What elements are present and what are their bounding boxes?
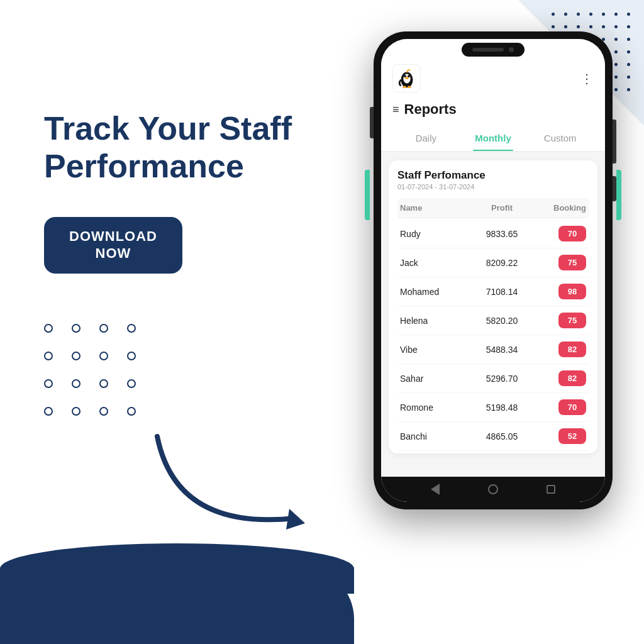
hamburger-menu-icon[interactable]: ≡: [392, 103, 399, 116]
phone-body: ⋮ ≡ Reports Daily Monthly Custom Staff P…: [374, 31, 613, 509]
side-button-right: [613, 119, 616, 164]
staff-profit: 5488.34: [468, 345, 536, 355]
screen-content: Staff Perfomance 01-07-2024 - 31-07-2024…: [381, 152, 605, 477]
staff-table-body: Rudy 9833.65 70 Jack 8209.22 75 Mohamed …: [397, 219, 589, 451]
side-button-left: [370, 107, 374, 138]
tabs-row: Daily Monthly Custom: [381, 125, 605, 152]
table-row: Sahar 5296.70 82: [397, 364, 589, 393]
staff-profit: 5296.70: [468, 374, 536, 384]
arrow-decoration: [138, 418, 327, 543]
th-name: Name: [400, 203, 468, 213]
table-row: Vibe 5488.34 82: [397, 335, 589, 364]
phone-bottom-nav: [381, 477, 605, 502]
teal-indicator-right: [616, 170, 621, 220]
table-row: Romone 5198.48 70: [397, 393, 589, 422]
phone-mockup: ⋮ ≡ Reports Daily Monthly Custom Staff P…: [361, 31, 625, 597]
staff-booking: 82: [536, 341, 586, 357]
wave-decoration: [0, 569, 354, 644]
staff-booking: 70: [536, 399, 586, 415]
booking-badge: 75: [558, 255, 586, 270]
staff-performance-card: Staff Perfomance 01-07-2024 - 31-07-2024…: [389, 160, 597, 453]
svg-marker-0: [286, 509, 305, 530]
teal-indicator-left: [365, 170, 370, 220]
staff-booking: 52: [536, 428, 586, 444]
card-title: Staff Perfomance: [397, 169, 589, 182]
phone-notch: [462, 43, 525, 57]
main-heading: Track Your Staff Performance: [44, 110, 314, 186]
download-button-label: DOWNLOADNOW: [69, 228, 157, 262]
staff-booking: 70: [536, 226, 586, 242]
staff-profit: 7108.14: [468, 287, 536, 297]
home-button[interactable]: [487, 483, 499, 496]
staff-name: Vibe: [400, 345, 468, 355]
table-row: Mohamed 7108.14 98: [397, 277, 589, 306]
table-row: Helena 5820.20 75: [397, 306, 589, 335]
booking-badge: 75: [558, 313, 586, 328]
booking-badge: 70: [558, 399, 586, 415]
booking-badge: 82: [558, 370, 586, 386]
staff-name: Romone: [400, 402, 468, 413]
more-options-icon[interactable]: ⋮: [580, 71, 594, 86]
table-header: Name Profit Booking: [397, 198, 589, 218]
staff-name: Mohamed: [400, 287, 468, 297]
staff-profit: 5198.48: [468, 402, 536, 413]
back-button[interactable]: [429, 483, 441, 496]
svg-point-6: [402, 86, 406, 88]
staff-booking: 82: [536, 370, 586, 386]
staff-booking: 75: [536, 255, 586, 270]
booking-badge: 70: [558, 226, 586, 242]
recents-button[interactable]: [545, 483, 557, 496]
reports-nav-bar: ≡ Reports: [381, 99, 605, 125]
staff-name: Jack: [400, 258, 468, 268]
phone-screen: ⋮ ≡ Reports Daily Monthly Custom Staff P…: [381, 39, 605, 502]
staff-booking: 75: [536, 313, 586, 328]
svg-point-7: [407, 86, 411, 88]
tab-daily[interactable]: Daily: [392, 125, 460, 151]
staff-profit: 8209.22: [468, 258, 536, 268]
staff-profit: 9833.65: [468, 229, 536, 239]
tab-monthly[interactable]: Monthly: [460, 125, 527, 151]
th-profit: Profit: [468, 203, 536, 213]
staff-name: Rudy: [400, 229, 468, 239]
booking-badge: 98: [558, 284, 586, 299]
th-booking: Booking: [536, 203, 586, 213]
booking-badge: 52: [558, 428, 586, 444]
download-button[interactable]: DOWNLOADNOW: [44, 217, 182, 274]
card-date: 01-07-2024 - 31-07-2024: [397, 183, 589, 191]
staff-booking: 98: [536, 284, 586, 299]
staff-profit: 5820.20: [468, 316, 536, 326]
dots-decoration-bottom-left: [44, 324, 314, 425]
reports-title: Reports: [404, 101, 457, 118]
staff-name: Sahar: [400, 374, 468, 384]
table-row: Rudy 9833.65 70: [397, 219, 589, 248]
staff-name: Helena: [400, 316, 468, 326]
table-row: Jack 8209.22 75: [397, 248, 589, 277]
svg-point-5: [405, 77, 409, 79]
staff-profit: 4865.05: [468, 431, 536, 441]
booking-badge: 82: [558, 341, 586, 357]
staff-name: Banchi: [400, 431, 468, 441]
table-row: Banchi 4865.05 52: [397, 422, 589, 451]
tab-custom[interactable]: Custom: [526, 125, 594, 151]
app-logo: [392, 64, 421, 92]
